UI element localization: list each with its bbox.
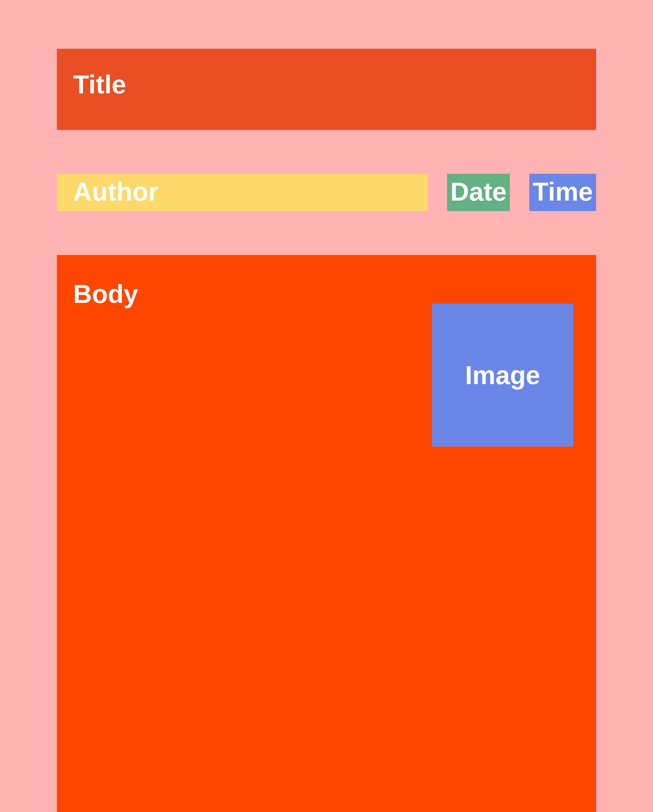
meta-row: Author Date Time — [57, 174, 596, 211]
image-region: Image — [432, 304, 573, 447]
time-region: Time — [529, 174, 596, 211]
image-label: Image — [465, 362, 540, 388]
date-label: Date — [450, 179, 507, 205]
title-region: Title — [57, 49, 596, 130]
author-region: Author — [57, 174, 428, 211]
title-label: Title — [73, 70, 126, 99]
date-region: Date — [447, 174, 510, 211]
time-label: Time — [532, 179, 593, 205]
body-label: Body — [73, 279, 138, 308]
body-region: Body Image — [57, 255, 596, 812]
author-label: Author — [73, 179, 158, 205]
